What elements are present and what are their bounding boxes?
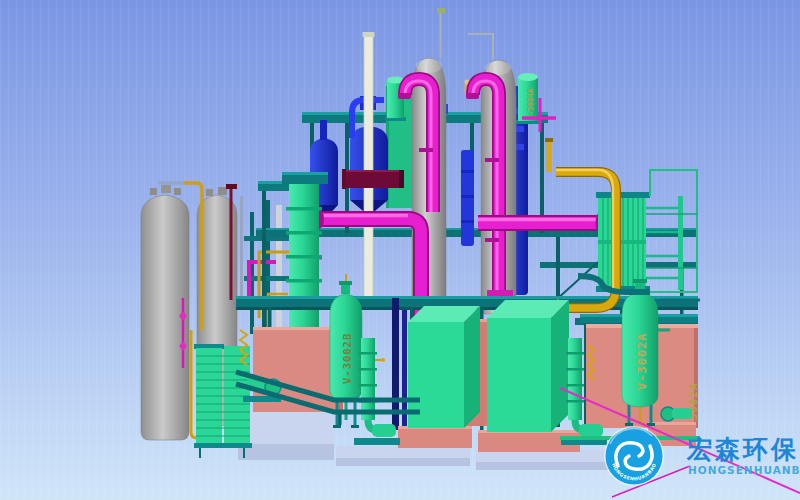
tag-vessel-left: V-3002B [341,333,353,384]
crimson-duct [342,169,404,189]
pump-small [661,407,692,421]
logo-badge [606,428,663,485]
logo-cn-name: 宏森环保 [686,435,799,464]
tag-foundation-wall: -3002A [687,382,700,428]
skid-box-2 [487,318,551,432]
logo-en-name: HONGSENHUANBAO [688,464,800,476]
3d-plant-viewport[interactable]: V-3004A [0,0,800,500]
tag-top-drum: V-3004A [526,88,535,120]
tag-vessel-right: V-3002A [635,332,649,390]
